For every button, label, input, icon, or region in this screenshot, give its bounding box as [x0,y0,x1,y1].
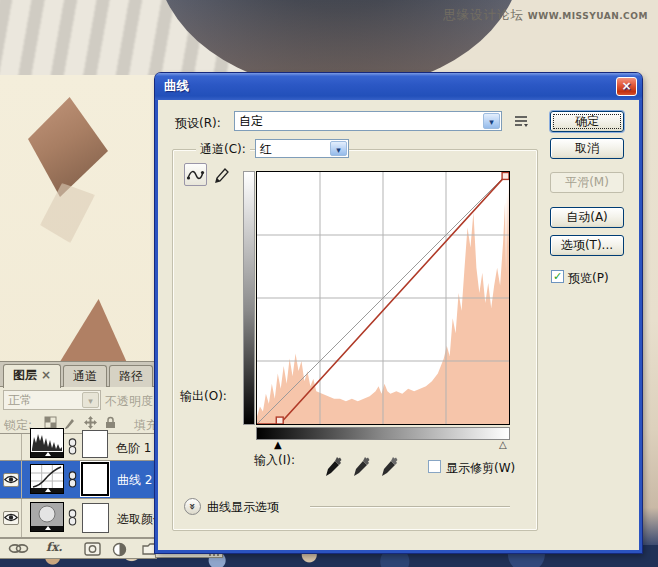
expander-chevrons-icon[interactable]: » [184,498,201,515]
output-label: 输出(O): [180,388,227,405]
add-mask-icon[interactable] [84,542,101,556]
tab-channels-label: 通道 [73,369,97,383]
layer-name: 色阶 1 [116,440,151,457]
chevron-down-icon[interactable]: ▾ [483,113,500,129]
auto-button[interactable]: 自动(A) [550,207,624,228]
black-point-eyedropper-icon[interactable] [324,456,342,478]
photo-right-sliver [641,73,658,567]
layers-panel: 图层 × 通道 路径 正常 ▾ 不透明度 锁定: [0,362,156,558]
origami-shape [28,97,108,197]
watermark-site-name: 思缘设计论坛 [443,7,524,22]
white-point-slider[interactable]: △ [499,440,507,450]
layer-name: 选取颜色 1 [117,511,156,528]
new-group-folder-icon[interactable] [142,542,156,555]
tab-channels[interactable]: 通道 [63,365,107,387]
eye-icon[interactable] [3,511,19,525]
black-point-slider[interactable]: ▲ [274,440,282,450]
preset-select[interactable]: 自定 ▾ [234,111,502,131]
output-gradient-bar [243,171,255,425]
channel-select[interactable]: 红 ▾ [255,139,349,158]
visibility-cell[interactable] [0,499,22,537]
show-clipping-label: 显示修剪(W) [446,460,515,477]
panel-bottom-bar: fx. [0,538,156,558]
link-chain-icon [68,509,77,526]
channel-value: 红 [260,142,272,156]
tab-close-icon[interactable]: × [41,368,51,382]
dialog-title: 曲线 [164,78,189,93]
ok-button[interactable]: 确定 [550,111,624,132]
eye-icon[interactable] [3,473,19,487]
white-point-eyedropper-icon[interactable] [380,456,398,478]
panel-tabs-row: 图层 × 通道 路径 [0,362,156,387]
dialog-titlebar[interactable]: 曲线 × [155,73,642,100]
lock-all-padlock-icon[interactable] [104,416,117,429]
channel-label: 通道(C): [196,141,250,158]
lock-position-move-icon[interactable] [84,416,97,429]
preview-checkbox[interactable]: ✓ [551,270,564,283]
edit-points-curve-tool[interactable] [184,163,207,186]
divider [310,506,510,507]
levels-thumbnail[interactable] [30,428,64,458]
options-button[interactable]: 选项(T)... [550,235,624,256]
visibility-cell[interactable] [0,461,22,498]
layer-row-selective-color[interactable]: 选取颜色 1 [0,499,156,537]
watermark: 思缘设计论坛 WWW.MISSYUAN.COM [443,7,648,24]
preview-label: 预览(P) [568,270,609,287]
link-layers-icon[interactable] [8,542,30,555]
preset-value: 自定 [239,114,263,128]
watermark-site-url: WWW.MISSYUAN.COM [528,11,648,21]
fill-label: 填充 [134,417,156,434]
layer-row-levels[interactable]: 色阶 1 [0,434,156,460]
dialog-client-area: 预设(R): 自定 ▾ 确定 取消 平滑(M) 自动(A) 选项(T)... ✓ [158,100,639,550]
lock-label: 锁定: [4,417,32,434]
input-label: 输入(I): [254,452,295,469]
layer-mask-thumbnail[interactable] [82,503,109,533]
layer-mask-thumbnail[interactable] [82,430,108,458]
adjustment-layer-icon[interactable] [112,542,127,557]
lock-pixels-brush-icon[interactable] [64,416,77,429]
curve-grid[interactable] [256,171,510,425]
layer-style-fx-icon[interactable]: fx. [46,540,63,554]
tab-layers-label: 图层 [13,368,37,382]
layer-name: 曲线 2 [117,472,152,489]
origami-shape [58,299,128,365]
cancel-button[interactable]: 取消 [550,138,624,159]
chevron-down-icon[interactable]: ▾ [82,392,99,408]
tab-paths-label: 路径 [119,369,143,383]
screenshot-root: 思缘设计论坛 WWW.MISSYUAN.COM 图层 × 通道 路径 正常 ▾ … [0,0,658,567]
smooth-button: 平滑(M) [550,172,624,193]
close-icon[interactable]: × [616,77,637,96]
layer-row-curves[interactable]: 曲线 2 [0,461,156,498]
blend-mode-select[interactable]: 正常 ▾ [3,390,101,410]
curves-thumbnail[interactable] [30,464,64,494]
curve-grid-svg[interactable] [257,172,509,424]
curves-dialog: 曲线 × 预设(R): 自定 ▾ 确定 取消 平滑(M) 自动( [155,73,642,553]
tab-layers[interactable]: 图层 × [3,364,61,388]
selective-color-thumbnail[interactable] [30,502,64,532]
link-chain-icon [68,471,77,488]
visibility-cell[interactable] [0,434,22,460]
preset-label: 预设(R): [175,115,221,132]
gray-point-eyedropper-icon[interactable] [352,456,370,478]
curve-display-options-label: 曲线显示选项 [207,499,279,516]
show-clipping-checkbox[interactable] [428,460,441,473]
check-icon: ✓ [553,270,562,283]
link-chain-icon [68,438,77,455]
chevron-down-icon[interactable]: ▾ [330,141,347,156]
blend-mode-value: 正常 [8,393,32,407]
pencil-tool[interactable] [210,163,233,186]
origami-shadow [40,183,95,243]
layer-mask-thumbnail[interactable] [81,462,109,496]
opacity-label: 不透明度 [105,393,153,410]
input-gradient-bar [256,427,510,440]
preset-options-menu-icon[interactable] [509,111,533,131]
tab-paths[interactable]: 路径 [109,365,153,387]
